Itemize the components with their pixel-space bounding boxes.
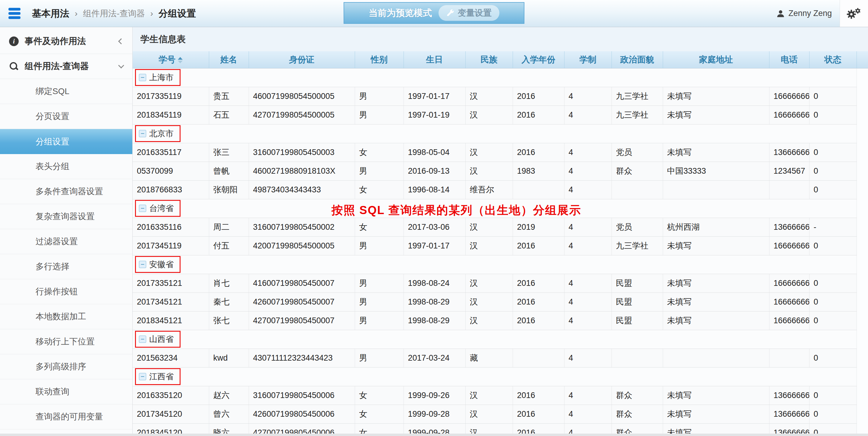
table-cell: 4 bbox=[564, 292, 612, 311]
sidebar-item[interactable]: 表头分组 bbox=[0, 154, 132, 179]
sidebar-section-events[interactable]: 事件及动作用法 bbox=[0, 29, 132, 54]
variable-settings-button[interactable]: 变量设置 bbox=[438, 5, 499, 21]
sidebar-item[interactable]: 绑定SQL bbox=[0, 79, 132, 104]
horizontal-scrollbar[interactable] bbox=[0, 434, 868, 436]
table-cell: 女 bbox=[355, 180, 404, 199]
column-header[interactable]: 入学年份 bbox=[513, 51, 564, 68]
column-header[interactable]: 政治面貌 bbox=[612, 51, 663, 68]
column-header[interactable]: 家庭地址 bbox=[663, 51, 769, 68]
column-header[interactable]: 民族 bbox=[465, 51, 513, 68]
table-cell: 2017345121 bbox=[133, 292, 209, 311]
sort-carets-icon[interactable] bbox=[178, 57, 183, 63]
column-header[interactable]: 性别 bbox=[355, 51, 404, 68]
table-cell: 2016335116 bbox=[133, 218, 209, 236]
table-cell: 汉 bbox=[465, 386, 513, 405]
collapse-group-icon[interactable] bbox=[139, 130, 146, 137]
table-cell: 秦七 bbox=[209, 292, 249, 311]
table-cell: 未填写 bbox=[663, 405, 769, 423]
table-cell: 群众 bbox=[612, 386, 663, 405]
table-cell: 张三 bbox=[209, 143, 249, 162]
breadcrumb-separator: › bbox=[75, 9, 78, 19]
table-cell: 0 bbox=[809, 162, 857, 180]
sidebar-item[interactable]: 行操作按钮 bbox=[0, 279, 132, 304]
table-row[interactable]: 2018766833张朝阳498734034343433女1996-08-14维… bbox=[133, 180, 868, 199]
table-row[interactable]: 2016335117张三316007199805450003女1998-05-0… bbox=[133, 143, 868, 162]
table-cell: 民盟 bbox=[612, 274, 663, 292]
table-cell: 4 bbox=[564, 218, 612, 236]
table-row[interactable]: 2017345119付五420071998054500005男1997-01-1… bbox=[133, 236, 868, 255]
group-annotation-box: 北京市 bbox=[135, 125, 181, 142]
table-row[interactable]: 2016335116周二316007199805450002女2017-03-0… bbox=[133, 218, 868, 236]
table-row[interactable]: 2018345121张七427007199805450007男1998-08-2… bbox=[133, 311, 868, 330]
sidebar-item[interactable]: 多行选择 bbox=[0, 254, 132, 279]
sidebar-item[interactable]: 复杂查询器设置 bbox=[0, 204, 132, 229]
table-cell: 2016 bbox=[513, 292, 564, 311]
table-cell: 4 bbox=[564, 386, 612, 405]
sidebar-item[interactable]: 多条件查询器设置 bbox=[0, 179, 132, 204]
column-header[interactable]: 身份证 bbox=[249, 51, 355, 68]
collapse-group-icon[interactable] bbox=[139, 336, 146, 343]
collapse-group-icon[interactable] bbox=[139, 261, 146, 268]
table-cell: 0 bbox=[809, 292, 857, 311]
sidebar-item[interactable]: 多列高级排序 bbox=[0, 354, 132, 379]
table-cell: 曾六 bbox=[209, 405, 249, 423]
collapse-group-icon[interactable] bbox=[139, 74, 146, 81]
settings-button[interactable] bbox=[840, 0, 868, 27]
sidebar-item[interactable]: 联动查询 bbox=[0, 379, 132, 404]
table-cell: 430711112323443423 bbox=[249, 349, 355, 367]
table-cell: 2017-03-24 bbox=[404, 349, 465, 367]
column-header[interactable]: 学制 bbox=[564, 51, 612, 68]
table-row[interactable]: 201563234kwd430711112323443423男2017-03-2… bbox=[133, 349, 868, 367]
table-cell: 女 bbox=[355, 218, 404, 236]
scrollbar-gutter bbox=[857, 236, 868, 255]
sidebar-item-label: 表头分组 bbox=[36, 161, 69, 172]
collapse-group-icon[interactable] bbox=[139, 373, 146, 380]
table-cell: 426007199805450007 bbox=[249, 292, 355, 311]
user-menu[interactable]: Zenny Zeng bbox=[776, 9, 832, 18]
app-window: 基本用法 › 组件用法-查询器 › 分组设置 当前为预览模式 变量设置 Zenn… bbox=[0, 0, 868, 436]
hamburger-menu-icon[interactable] bbox=[8, 8, 21, 19]
table-cell: 2017335121 bbox=[133, 274, 209, 292]
table-row[interactable]: 2017335121肖七416007199805450007男1998-08-2… bbox=[133, 274, 868, 292]
scrollbar-gutter bbox=[857, 255, 868, 274]
scrollbar-gutter bbox=[857, 311, 868, 330]
breadcrumb-section[interactable]: 组件用法-查询器 bbox=[83, 8, 145, 19]
column-header[interactable]: 姓名 bbox=[209, 51, 249, 68]
column-header[interactable]: 生日 bbox=[404, 51, 465, 68]
table-row[interactable]: 2017335119贵五460071998054500005男1997-01-1… bbox=[133, 87, 868, 106]
scrollbar-gutter bbox=[857, 218, 868, 236]
column-header[interactable]: 状态 bbox=[809, 51, 857, 68]
table-cell: 166666663 bbox=[769, 311, 809, 330]
sidebar-item[interactable]: 查询器的可用变量 bbox=[0, 404, 132, 429]
sidebar-item[interactable]: 移动行上下位置 bbox=[0, 329, 132, 354]
sidebar-item[interactable]: 分页设置 bbox=[0, 104, 132, 129]
column-header[interactable]: 学号 bbox=[133, 51, 209, 68]
breadcrumb-root[interactable]: 基本用法 bbox=[32, 7, 69, 20]
sidebar-item[interactable]: 过滤器设置 bbox=[0, 229, 132, 254]
table-cell: 未填写 bbox=[663, 87, 769, 106]
table-row[interactable]: 2016335120赵六316007199805450006女1999-09-2… bbox=[133, 386, 868, 405]
table-row[interactable]: 05370099曾帆46002719880918103X男2016-09-13汉… bbox=[133, 162, 868, 180]
table-cell: 4 bbox=[564, 274, 612, 292]
sidebar-item[interactable]: 本地数据加工 bbox=[0, 304, 132, 329]
group-name: 北京市 bbox=[149, 128, 174, 139]
sidebar-item[interactable]: 分组设置 bbox=[0, 129, 132, 154]
group-name: 安徽省 bbox=[149, 259, 174, 270]
scrollbar-gutter bbox=[857, 180, 868, 199]
group-row: 上海市 bbox=[133, 68, 868, 87]
table-cell: 女 bbox=[355, 143, 404, 162]
table-row[interactable]: 2017345121秦七426007199805450007男1998-08-2… bbox=[133, 292, 868, 311]
table-cell: 民盟 bbox=[612, 292, 663, 311]
preview-mode-text: 当前为预览模式 bbox=[369, 7, 432, 19]
table-cell: 2016 bbox=[513, 311, 564, 330]
table-row[interactable]: 2018345119石五427071998054500005男1997-01-1… bbox=[133, 106, 868, 124]
group-annotation-box: 台湾省 bbox=[135, 200, 181, 217]
table-row[interactable]: 2017345120曾六426007199805450006女1999-09-2… bbox=[133, 405, 868, 423]
sidebar-section-query[interactable]: 组件用法-查询器 bbox=[0, 54, 132, 79]
table-cell: 民盟 bbox=[612, 311, 663, 330]
table-cell: 未填写 bbox=[663, 386, 769, 405]
collapse-group-icon[interactable] bbox=[139, 205, 146, 212]
table-cell: 4 bbox=[564, 311, 612, 330]
column-header[interactable]: 电话 bbox=[769, 51, 809, 68]
table-cell: 九三学社 bbox=[612, 87, 663, 106]
